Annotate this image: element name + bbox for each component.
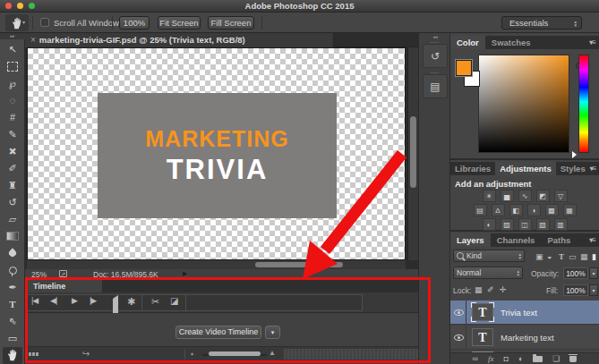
brush-tool[interactable]: ✐ (3, 160, 22, 177)
adjustments-panel-menu-icon[interactable]: ▾≡ (590, 162, 599, 175)
rectangle-tool[interactable]: ▭ (3, 330, 22, 347)
layer-mask-icon[interactable]: ◘ (503, 354, 508, 363)
create-timeline-dropdown-button[interactable]: ▾ (265, 326, 280, 339)
black-white-icon[interactable]: ◧ (509, 204, 523, 216)
tab-adjustments[interactable]: Adjustments (495, 162, 556, 175)
document-tab[interactable]: ×marketing-trivia-GIF.psd @ 25% (Trivia … (25, 33, 334, 47)
split-at-playhead-button[interactable]: ✂ (151, 296, 158, 308)
fill-screen-button[interactable]: Fill Screen (208, 16, 254, 30)
crop-tool[interactable]: # (3, 109, 22, 126)
play-button[interactable]: ▶ (72, 296, 77, 305)
gradient-map-icon[interactable]: ▥ (554, 218, 568, 231)
clone-stamp-tool[interactable]: ♜ (3, 177, 22, 194)
zoom-in-timeline-icon[interactable]: ▲ (269, 349, 276, 357)
layer-thumbnail[interactable]: T (472, 328, 493, 346)
eraser-tool[interactable]: ▱ (3, 211, 22, 228)
history-brush-tool[interactable]: ↺ (3, 194, 22, 211)
fill-dropdown-caret[interactable]: ▾ (589, 284, 598, 296)
filter-pixel-layers-icon[interactable]: ▣ (535, 252, 543, 261)
color-panel-menu-icon[interactable]: ▾≡ (589, 36, 599, 49)
previous-frame-button[interactable]: ◀| (50, 296, 56, 305)
healing-brush-tool[interactable]: ✚ (3, 143, 22, 160)
canvas[interactable]: MARKETING TRIVIA (27, 47, 406, 260)
marquee-tool[interactable] (3, 58, 22, 75)
filter-toggle[interactable]: ▮ (592, 252, 596, 261)
timeline-tab[interactable]: Timeline (27, 280, 102, 292)
vertical-scrollbar-thumb[interactable] (410, 116, 416, 188)
invert-icon[interactable]: ◐ (483, 218, 496, 231)
vertical-scrollbar[interactable] (407, 47, 418, 260)
blur-tool[interactable] (3, 245, 22, 262)
tab-layers[interactable]: Layers (450, 233, 491, 247)
next-frame-button[interactable]: |▶ (90, 296, 96, 305)
dock-collapse-button[interactable]: ◂◂ (419, 34, 451, 39)
pen-tool[interactable]: ✒ (3, 279, 22, 296)
hue-saturation-icon[interactable]: ▤ (474, 204, 487, 216)
adjustment-layer-icon[interactable]: ◐ (518, 354, 523, 363)
timeline-settings-button[interactable]: ✱ (127, 296, 134, 308)
tab-swatches[interactable]: Swatches (485, 36, 537, 49)
history-panel-icon[interactable]: ↺ (423, 44, 448, 68)
zoom-out-timeline-icon[interactable]: ▴ (191, 350, 193, 356)
create-video-timeline-button[interactable]: Create Video Timeline (175, 326, 261, 339)
lasso-tool[interactable]: ℘ (3, 75, 22, 92)
scroll-all-windows-checkbox[interactable] (40, 18, 49, 27)
hue-slider[interactable] (578, 55, 589, 153)
color-balance-icon[interactable]: Δ (492, 204, 505, 216)
foreground-color-swatch[interactable] (456, 60, 472, 76)
color-lookup-icon[interactable]: ▦ (563, 204, 577, 216)
exposure-icon[interactable]: ◩ (536, 190, 550, 202)
opacity-value[interactable]: 100% (563, 267, 588, 279)
layer-row-marketing[interactable]: T Marketing text (450, 326, 599, 350)
fill-value[interactable]: 100% (563, 284, 588, 296)
tab-libraries[interactable]: Libraries (450, 162, 495, 175)
new-layer-icon[interactable]: ❏ (552, 354, 560, 363)
zoom-level[interactable]: 25% (31, 270, 47, 279)
filter-shape-layers-icon[interactable]: ▭ (569, 252, 577, 261)
zoom-100-button[interactable]: 100% (119, 16, 150, 30)
toolbox-collapse-button[interactable]: ▸▸ (0, 33, 25, 39)
photo-filter-icon[interactable]: ◑ (527, 204, 541, 216)
group-layers-icon[interactable] (533, 356, 543, 362)
visibility-toggle[interactable] (450, 301, 466, 325)
type-tool[interactable]: T (3, 296, 22, 313)
filter-smart-objects-icon[interactable]: ▦ (580, 252, 588, 261)
horizontal-scrollbar-thumb[interactable] (255, 262, 343, 267)
layer-style-icon[interactable]: fx (488, 354, 494, 363)
vibrance-icon[interactable]: ▽ (554, 190, 568, 202)
posterize-icon[interactable]: ▨ (501, 218, 514, 231)
layer-thumbnail[interactable]: T (472, 303, 493, 321)
blend-mode-dropdown[interactable]: Normal ▴▾ (453, 267, 523, 279)
threshold-icon[interactable]: ◫ (518, 218, 532, 231)
move-tool[interactable]: ↖ (3, 41, 22, 58)
lock-position-icon[interactable]: ✛ (500, 285, 507, 294)
tab-styles[interactable]: Styles (556, 162, 590, 175)
tab-color[interactable]: Color (450, 36, 485, 49)
horizontal-scrollbar[interactable] (27, 260, 406, 269)
opacity-dropdown-caret[interactable]: ▾ (589, 267, 598, 279)
hue-slider-marker[interactable] (572, 151, 580, 158)
first-frame-button[interactable]: |◀ (31, 296, 38, 305)
share-icon[interactable]: ↗ (59, 270, 67, 277)
fit-screen-button[interactable]: Fit Screen (158, 16, 201, 30)
delete-layer-icon[interactable] (569, 356, 577, 362)
workspace-switcher[interactable]: Essentials ▴▾ (501, 16, 582, 30)
selective-color-icon[interactable]: ▧ (536, 218, 550, 231)
filter-adjustment-layers-icon[interactable]: ◒ (547, 252, 552, 261)
layer-filter-kind-dropdown[interactable]: Kind ▴▾ (453, 250, 525, 262)
tool-preset-caret[interactable]: ▾ (22, 19, 25, 25)
quick-selection-tool[interactable]: ◌ (3, 92, 22, 109)
close-tab-icon[interactable]: × (25, 35, 39, 45)
levels-icon[interactable]: ▅ (501, 190, 514, 202)
lock-paint-icon[interactable]: ✐ (487, 285, 494, 294)
transition-button[interactable]: ◪ (170, 296, 177, 306)
convert-to-frame-animation-icon[interactable] (29, 352, 40, 357)
saturation-brightness-picker[interactable] (478, 55, 569, 153)
status-flyout-icon[interactable]: ▶ (183, 270, 187, 277)
properties-panel-icon[interactable]: ▤ (423, 74, 448, 98)
path-selection-tool[interactable]: ⇖ (3, 313, 22, 330)
channel-mixer-icon[interactable]: ▩ (545, 204, 559, 216)
loop-icon[interactable]: ↪ (82, 349, 90, 359)
link-layers-icon[interactable]: ∞ (473, 354, 478, 363)
lock-transparency-icon[interactable]: ▦ (475, 285, 483, 294)
